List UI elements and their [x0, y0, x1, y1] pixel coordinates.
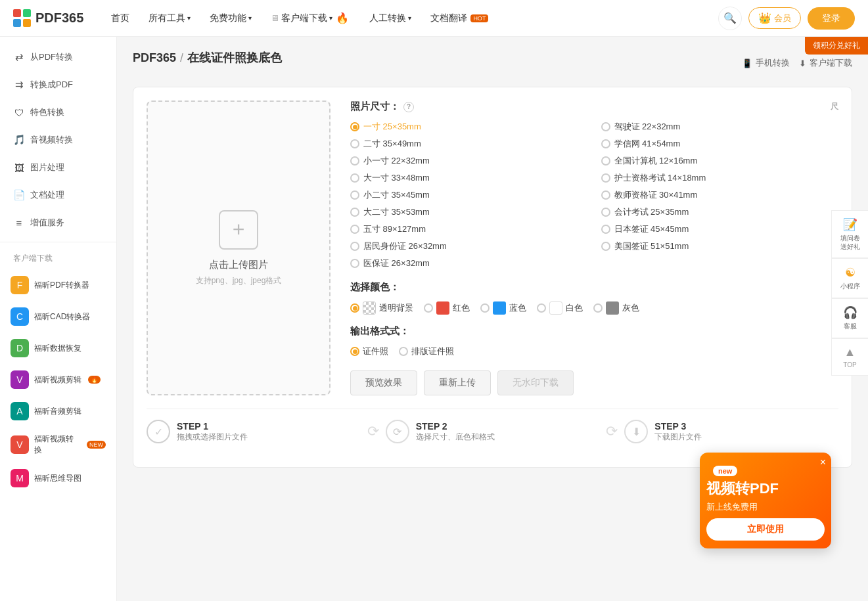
- nav-download[interactable]: 🖥 客户端下载 ▾ 🔥: [263, 8, 358, 28]
- top-arrow-icon: ▲: [844, 345, 856, 359]
- nav-tools[interactable]: 所有工具▾: [141, 9, 198, 28]
- size-option-8[interactable]: 医保证 26×32mm: [350, 257, 588, 269]
- video-convert-icon: V: [11, 435, 29, 454]
- color-transparent[interactable]: 透明背景: [350, 301, 413, 315]
- step-1: ✓ STEP 1 拖拽或选择图片文件: [147, 420, 361, 443]
- size-option-6[interactable]: 五寸 89×127mm: [350, 223, 588, 235]
- gift-banner[interactable]: 领积分兑好礼: [805, 37, 868, 55]
- format-standard[interactable]: 证件照: [350, 345, 388, 357]
- step-2-num: STEP 2: [416, 421, 495, 432]
- vip-button[interactable]: 👑 会员: [748, 7, 801, 29]
- radio-3: [350, 173, 359, 183]
- sidebar-item-image[interactable]: 🖼 图片处理: [0, 154, 116, 181]
- service-label: 客服: [844, 322, 857, 331]
- cad-app-icon: C: [11, 307, 29, 326]
- pdf-app-icon: F: [11, 276, 29, 294]
- red-swatch: [436, 301, 449, 315]
- color-blue[interactable]: 蓝色: [480, 301, 526, 315]
- radio-r-5: [601, 208, 610, 217]
- size-col-left: 一寸 25×35mm 二寸 35×49mm 小一寸 22×32mm: [350, 121, 588, 269]
- audio-app-icon: A: [11, 402, 29, 420]
- size-r-option-1[interactable]: 学信网 41×54mm: [601, 138, 839, 150]
- reupload-button[interactable]: 重新上传: [424, 370, 491, 395]
- promo-close-button[interactable]: ×: [820, 456, 826, 468]
- color-white[interactable]: 白色: [537, 301, 583, 315]
- upload-hint: 支持png、jpg、jpeg格式: [196, 275, 282, 286]
- login-button[interactable]: 登录: [808, 7, 855, 30]
- size-r-option-3[interactable]: 护士资格考试 14×18mm: [601, 172, 839, 184]
- radio-8: [350, 259, 359, 268]
- client-download-btn[interactable]: ⬇ 客户端下载: [799, 57, 852, 69]
- ruler-hint: 尺: [831, 101, 838, 112]
- top-btn[interactable]: ▲ TOP: [831, 338, 868, 376]
- search-button[interactable]: 🔍: [718, 7, 742, 30]
- size-label-0: 一寸 25×35mm: [363, 121, 421, 133]
- sidebar-item-from-pdf[interactable]: ⇄ 从PDF转换: [0, 43, 116, 71]
- size-r-label-1: 学信网 41×54mm: [614, 138, 681, 150]
- size-r-option-7[interactable]: 美国签证 51×51mm: [601, 240, 839, 252]
- radio-0: [350, 122, 359, 131]
- right-float-panel: 📝 填问卷送好礼 ☯ 小程序 🎧 客服 ▲ TOP: [831, 210, 868, 376]
- size-option-0[interactable]: 一寸 25×35mm: [350, 121, 588, 133]
- sidebar-app-data[interactable]: D 福昕数据恢复: [0, 332, 116, 364]
- sidebar-item-vip-service[interactable]: ≡ 增值服务: [0, 209, 116, 236]
- action-buttons: 预览效果 重新上传 无水印下载: [350, 370, 838, 395]
- preview-button[interactable]: 预览效果: [350, 370, 417, 395]
- nav-right: 🔍 👑 会员 登录: [718, 7, 855, 30]
- size-r-option-5[interactable]: 会计考试 25×35mm: [601, 206, 839, 218]
- top-nav: PDF365 首页 所有工具▾ 免费功能▾ 🖥 客户端下载 ▾ 🔥 人工转换▾ …: [0, 0, 868, 37]
- sidebar-item-av[interactable]: 🎵 音视频转换: [0, 126, 116, 154]
- size-option-4[interactable]: 小二寸 35×45mm: [350, 189, 588, 201]
- sidebar-app-video-edit[interactable]: V 福昕视频剪辑 🔥: [0, 364, 116, 395]
- sidebar-item-to-pdf[interactable]: ⇉ 转换成PDF: [0, 71, 116, 99]
- sidebar-app-video-convert[interactable]: V 福昕视频转换 NEW: [0, 427, 116, 462]
- logo[interactable]: PDF365: [13, 9, 83, 28]
- color-radio-1: [424, 303, 433, 313]
- size-r-option-4[interactable]: 教师资格证 30×41mm: [601, 189, 839, 201]
- help-icon[interactable]: ?: [403, 102, 414, 112]
- download-button[interactable]: 无水印下载: [497, 370, 574, 395]
- mini-program-btn[interactable]: ☯ 小程序: [831, 258, 868, 298]
- sidebar-app-mindmap[interactable]: M 福昕思维导图: [0, 462, 116, 494]
- hot-badge: HOT: [470, 14, 488, 22]
- size-r-option-2[interactable]: 全国计算机 12×16mm: [601, 155, 839, 167]
- step-3-desc: 下载图片文件: [654, 432, 702, 443]
- size-option-2[interactable]: 小一寸 22×32mm: [350, 155, 588, 167]
- color-gray[interactable]: 灰色: [593, 301, 639, 315]
- size-option-7[interactable]: 居民身份证 26×32mm: [350, 240, 588, 252]
- nav-free[interactable]: 免费功能▾: [202, 9, 260, 28]
- sidebar-item-doc[interactable]: 📄 文档处理: [0, 181, 116, 209]
- sidebar-app-pdf[interactable]: F 福昕PDF转换器: [0, 269, 116, 301]
- upload-area[interactable]: + 点击上传图片 支持png、jpg、jpeg格式: [147, 100, 331, 395]
- format-layout[interactable]: 排版证件照: [399, 345, 454, 357]
- size-r-option-0[interactable]: 驾驶证 22×32mm: [601, 121, 839, 133]
- color-radio-0: [350, 303, 359, 313]
- format-radio-0: [350, 347, 359, 356]
- nav-home[interactable]: 首页: [103, 9, 137, 28]
- promo-cta-button[interactable]: 立即使用: [706, 518, 825, 541]
- format-radio-1: [399, 347, 408, 356]
- sidebar-item-special[interactable]: 🛡 特色转换: [0, 99, 116, 126]
- size-option-3[interactable]: 大一寸 33×48mm: [350, 172, 588, 184]
- nav-manual[interactable]: 人工转换▾: [361, 9, 419, 28]
- questionnaire-icon: 📝: [843, 217, 857, 232]
- customer-service-btn[interactable]: 🎧 客服: [831, 298, 868, 338]
- step-1-icon: ✓: [147, 420, 170, 443]
- color-red[interactable]: 红色: [424, 301, 470, 315]
- promo-subtitle: 新上线免费用: [700, 500, 831, 518]
- sidebar-app-cad[interactable]: C 福昕CAD转换器: [0, 301, 116, 332]
- step-3-num: STEP 3: [654, 421, 702, 432]
- breadcrumb-actions: 📱 手机转换 ⬇ 客户端下载: [742, 57, 852, 69]
- radio-r-3: [601, 173, 610, 183]
- size-r-option-6[interactable]: 日本签证 45×45mm: [601, 223, 839, 235]
- nav-translate[interactable]: 文档翻译 HOT: [423, 9, 496, 28]
- sidebar-app-audio[interactable]: A 福昕音频剪辑: [0, 395, 116, 427]
- video-edit-icon: V: [11, 370, 29, 389]
- size-option-1[interactable]: 二寸 35×49mm: [350, 138, 588, 150]
- step-2-icon: ⟳: [386, 420, 409, 443]
- breadcrumb-current: 在线证件照换底色: [187, 50, 282, 66]
- upload-plus-icon: +: [219, 210, 258, 250]
- size-option-5[interactable]: 大二寸 35×53mm: [350, 206, 588, 218]
- questionnaire-btn[interactable]: 📝 填问卷送好礼: [831, 210, 868, 258]
- mobile-convert-btn[interactable]: 📱 手机转换: [742, 57, 790, 69]
